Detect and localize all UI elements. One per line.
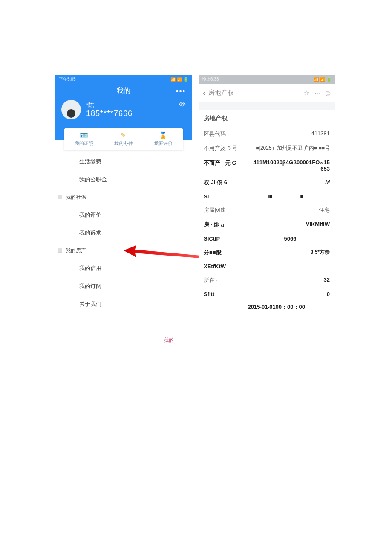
tab-label: 我要评价 xyxy=(154,140,173,147)
row-value: 32 xyxy=(251,276,330,283)
status-time: 下午5:05 xyxy=(59,76,75,82)
row-label: SI xyxy=(204,193,251,200)
menu-item-my-credit[interactable]: 我的信用 xyxy=(55,259,192,277)
row-property-no: 不用产及 0 号 ■[2025）加州足不丑!户内■ ■■号 xyxy=(199,141,335,156)
row-label: 分■■般 xyxy=(204,249,251,256)
row-label: 权 JI 依 6 xyxy=(204,179,251,186)
profile-header: 我的 ••• *陈 185****7666 🪪 我的证照 xyxy=(55,84,192,140)
profile-text: *陈 185****7666 xyxy=(86,102,133,118)
row-si: SI I■ ■ xyxy=(199,190,335,203)
menu-item-about-us[interactable]: 关于我们 xyxy=(55,295,192,313)
card-icon: 🪪 xyxy=(80,131,88,139)
menu-item-public-fund[interactable]: 我的公职金 xyxy=(55,171,192,189)
menu-item-my-rating[interactable]: 我的评价 xyxy=(55,206,192,224)
row-property-g: 不而产 · 元 G 411M10020β4Gβ00001FO∞15653 xyxy=(199,156,335,175)
status-right-icons: 📶 📶 🔋 xyxy=(314,77,331,82)
row-xetfktw: XEtfKtW xyxy=(199,260,335,273)
row-value: 5066 xyxy=(251,235,330,242)
back-icon[interactable]: ‹ xyxy=(203,88,206,98)
left-phone: 下午5:05 📶 📶 🔋 我的 ••• *陈 185****7666 xyxy=(55,75,192,314)
section-title: 房地产权 xyxy=(199,110,335,127)
nav-icons: ☆ ··· ◎ xyxy=(304,89,331,97)
row-value: 411381 xyxy=(251,130,330,137)
menu-label: 生活缴费 xyxy=(79,158,101,165)
menu-label: 我的公职金 xyxy=(79,176,107,183)
profile-name: *陈 xyxy=(86,102,133,109)
profile-number: 185****7666 xyxy=(86,109,133,118)
more-icon[interactable]: ··· xyxy=(314,89,320,96)
nav-bar: ‹ 房地产权 ☆ ··· ◎ xyxy=(199,84,335,102)
row-label: 不用产及 0 号 xyxy=(204,145,251,152)
header-title-row: 我的 ••• xyxy=(55,84,192,100)
pencil-icon: ✎ xyxy=(121,131,126,139)
menu-label: 我的房产 xyxy=(66,247,86,253)
menu-label: 我的信用 xyxy=(79,265,101,271)
tab-my-cases[interactable]: ✎ 我的办件 xyxy=(104,128,143,150)
row-value: 3.5*方崇 xyxy=(251,249,330,256)
status-bar: 晚上6:33 📶 📶 🔋 xyxy=(199,75,335,84)
status-time: 晚上6:33 xyxy=(202,76,219,82)
row-value: VIKMIfIW xyxy=(251,221,330,227)
row-right-basis: 权 JI 依 6 M xyxy=(199,175,335,190)
menu-list: 生活缴费 我的公职金 ⬜我的社保 我的评价 我的诉求 ⬜我的房产 我的信用 我的… xyxy=(55,153,192,313)
row-label: SICtIP xyxy=(204,235,251,242)
row-label: 房 · 绯 a xyxy=(204,221,251,229)
menu-label: 关于我们 xyxy=(79,301,101,307)
row-district-code: 区县代码 411381 xyxy=(199,127,335,141)
tabs-card: 🪪 我的证照 ✎ 我的办件 🏅 我要评价 xyxy=(64,128,183,150)
avatar[interactable] xyxy=(61,100,81,119)
profile-row[interactable]: *陈 185****7666 xyxy=(55,100,192,119)
row-value: 411M10020β4Gβ00001FO∞15653 xyxy=(251,159,330,172)
menu-label: 我的评价 xyxy=(79,212,101,218)
row-value: M xyxy=(251,179,330,185)
menu-label: 我的社保 xyxy=(66,194,86,200)
badge-icon: 🏅 xyxy=(159,131,167,139)
tab-label: 我的办件 xyxy=(114,140,133,147)
row-sictip: SICtIP 5066 xyxy=(199,232,335,245)
row-label: XEtfKtW xyxy=(204,263,251,270)
row-value: 0 xyxy=(251,291,330,297)
menu-item-life-payment[interactable]: 生活缴费 xyxy=(55,153,192,171)
row-house-net: 房屋网速 住宅 xyxy=(199,203,335,218)
footer-my-label[interactable]: 我的 xyxy=(164,337,174,344)
page-title: 我的 xyxy=(117,87,130,96)
row-value: I■ ■ xyxy=(251,193,330,200)
row-value: ■[2025）加州足不丑!户内■ ■■号 xyxy=(251,145,330,152)
menu-label: 我的诉求 xyxy=(79,230,101,236)
row-house-a: 房 · 绯 a VIKMIfIW xyxy=(199,218,335,232)
eye-icon[interactable] xyxy=(179,101,186,109)
timestamp: 2015·01·0100：00：00 xyxy=(199,301,335,314)
row-label: Sfitt xyxy=(204,291,251,297)
row-label: 区县代码 xyxy=(204,130,251,138)
star-icon[interactable]: ☆ xyxy=(304,89,309,97)
menu-item-my-subscription[interactable]: 我的订阅 xyxy=(55,277,192,295)
tab-rate[interactable]: 🏅 我要评价 xyxy=(144,128,183,150)
row-location: 所在 · 32 xyxy=(199,273,335,288)
nav-title: 房地产权 xyxy=(208,89,234,97)
target-icon[interactable]: ◎ xyxy=(325,89,331,97)
screenshots-container: 下午5:05 📶 📶 🔋 我的 ••• *陈 185****7666 xyxy=(55,75,341,314)
row-fen: 分■■般 3.5*方崇 xyxy=(199,245,335,260)
dot-icon: ⬜ xyxy=(57,195,62,199)
row-label: 不而产 · 元 G xyxy=(204,159,251,167)
spacer xyxy=(199,102,335,110)
menu-label: 我的订阅 xyxy=(79,283,101,289)
right-phone: 晚上6:33 📶 📶 🔋 ‹ 房地产权 ☆ ··· ◎ 房地产权 区县代码 41… xyxy=(199,75,335,314)
tab-certificates[interactable]: 🪪 我的证照 xyxy=(64,128,104,150)
svg-point-0 xyxy=(182,103,183,105)
menu-item-my-appeal[interactable]: 我的诉求 xyxy=(55,224,192,242)
menu-item-social-security[interactable]: ⬜我的社保 xyxy=(55,189,192,206)
avatar-head-icon xyxy=(67,109,75,118)
menu-item-my-property[interactable]: ⬜我的房产 xyxy=(55,242,192,259)
row-label: 房屋网速 xyxy=(204,206,251,214)
row-value: 住宅 xyxy=(251,206,330,214)
more-icon[interactable]: ••• xyxy=(176,87,186,95)
dot-icon: ⬜ xyxy=(57,248,62,253)
nav-left[interactable]: ‹ 房地产权 xyxy=(203,88,234,98)
status-right-icons: 📶 📶 🔋 xyxy=(170,77,188,82)
row-label: 所在 · xyxy=(204,276,251,284)
row-sfitt: Sfitt 0 xyxy=(199,288,335,301)
status-bar: 下午5:05 📶 📶 🔋 xyxy=(55,75,192,84)
tab-label: 我的证照 xyxy=(75,140,93,147)
